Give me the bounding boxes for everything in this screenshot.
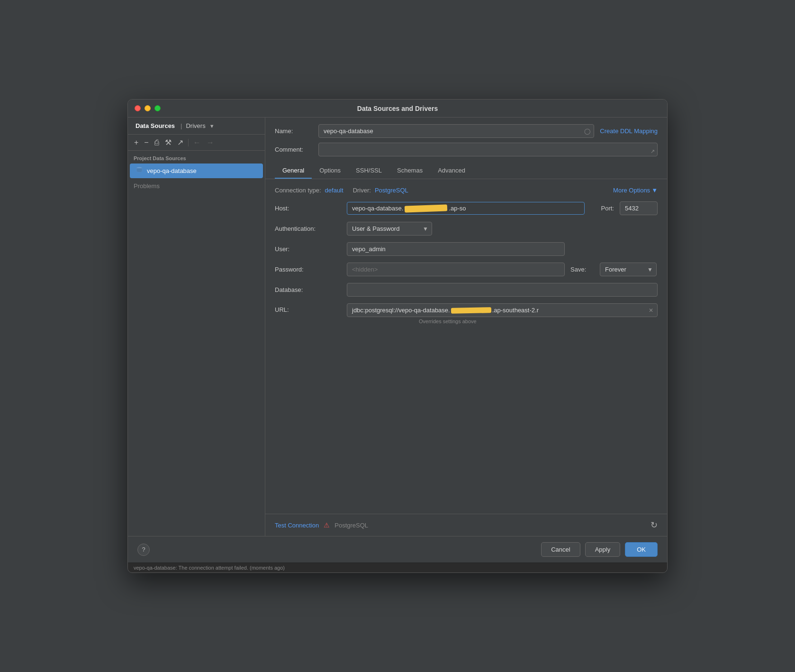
connection-type-value[interactable]: default [325, 187, 343, 194]
test-status-text: PostgreSQL [334, 522, 368, 529]
url-label: URL: [275, 303, 341, 313]
expand-icon[interactable]: ↗ [650, 148, 655, 154]
connection-type-row: Connection type: default Driver: Postgre… [275, 187, 658, 194]
more-options-label: More Options [613, 187, 650, 194]
tab-ssh-ssl[interactable]: SSH/SSL [348, 163, 389, 179]
problems-label[interactable]: Problems [128, 179, 265, 193]
database-row: Database: [275, 283, 658, 297]
url-wrapper: jdbc:postgresql://vepo-qa-database. .ap-… [347, 303, 658, 324]
sidebar-item-label: vepo-qa-database [147, 167, 197, 174]
drivers-tab[interactable]: Drivers [186, 122, 205, 129]
connection-type-label: Connection type: [275, 187, 321, 194]
password-label: Password: [275, 266, 341, 273]
name-label: Name: [275, 127, 313, 135]
window-title: Data Sources and Drivers [357, 105, 438, 112]
dialog-footer: ? Cancel Apply OK [128, 536, 667, 563]
forward-button[interactable]: → [204, 137, 217, 148]
comment-label: Comment: [275, 146, 313, 153]
create-ddl-link[interactable]: Create DDL Mapping [600, 127, 658, 135]
database-input[interactable] [347, 283, 658, 297]
ok-button[interactable]: OK [625, 542, 658, 557]
tab-schemas[interactable]: Schemas [389, 163, 430, 179]
main-layout: Data Sources | Drivers ▼ + − ⎙ ⚒ ↗ ← → P… [128, 118, 667, 536]
user-label: User: [275, 245, 341, 253]
password-row: Password: Save: Forever Until restart Ne… [275, 263, 658, 276]
port-input[interactable] [620, 201, 658, 215]
export-button[interactable]: ↗ [175, 136, 186, 148]
apply-button[interactable]: Apply [585, 542, 621, 557]
data-sources-tab[interactable]: Data Sources [134, 121, 177, 130]
url-clear-icon[interactable]: ✕ [649, 307, 653, 314]
host-value-start: vepo-qa-database. [352, 205, 403, 212]
clear-icon[interactable]: ◯ [584, 128, 590, 135]
content-body: Connection type: default Driver: Postgre… [265, 179, 667, 514]
url-row: URL: jdbc:postgresql://vepo-qa-database.… [275, 303, 658, 324]
status-message: vepo-qa-database: The connection attempt… [134, 565, 285, 571]
host-value-end: .ap-so [449, 205, 466, 212]
sidebar-item-vepo-qa-database[interactable]: vepo-qa-database [130, 163, 263, 178]
comment-input[interactable] [318, 143, 658, 156]
dropdown-arrow-icon[interactable]: ▼ [209, 123, 215, 129]
back-button[interactable]: ← [191, 137, 203, 148]
database-icon [136, 166, 143, 175]
content-header: Name: ◯ Create DDL Mapping Comment: ↗ [265, 118, 667, 179]
driver-value[interactable]: PostgreSQL [375, 187, 408, 194]
toolbar-separator [188, 139, 189, 146]
password-input[interactable] [347, 263, 565, 276]
save-label: Save: [570, 266, 594, 273]
tab-general[interactable]: General [275, 163, 312, 179]
more-options-chevron-icon: ▼ [651, 187, 658, 194]
user-row: User: [275, 242, 658, 256]
properties-button[interactable]: ⚒ [163, 136, 174, 148]
auth-select-wrapper: User & Password Password No auth PgPass … [347, 222, 432, 236]
tab-advanced[interactable]: Advanced [430, 163, 473, 179]
close-button[interactable] [135, 105, 141, 111]
comment-row: Comment: ↗ [275, 143, 658, 156]
database-label: Database: [275, 286, 341, 293]
content-area: Name: ◯ Create DDL Mapping Comment: ↗ [265, 118, 667, 536]
maximize-button[interactable] [154, 105, 161, 111]
user-input[interactable] [347, 242, 565, 256]
copy-button[interactable]: ⎙ [152, 137, 162, 148]
tabs-row: General Options SSH/SSL Schemas Advanced [275, 163, 658, 179]
traffic-lights [135, 105, 161, 111]
host-row: Host: vepo-qa-database. .ap-so Port: [275, 201, 658, 215]
remove-button[interactable]: − [142, 137, 151, 148]
url-value-end: .ap-southeast-2.r [492, 307, 539, 314]
more-options-link[interactable]: More Options ▼ [613, 187, 658, 194]
titlebar: Data Sources and Drivers [128, 100, 667, 118]
host-redacted [405, 204, 447, 212]
data-sources-dialog: Data Sources and Drivers Data Sources | … [127, 99, 668, 573]
host-label: Host: [275, 205, 341, 212]
authentication-row: Authentication: User & Password Password… [275, 222, 658, 236]
refresh-button[interactable]: ↻ [650, 520, 658, 530]
sidebar-toolbar: + − ⎙ ⚒ ↗ ← → [128, 135, 265, 151]
cancel-button[interactable]: Cancel [541, 542, 580, 557]
status-bar: vepo-qa-database: The connection attempt… [128, 563, 667, 572]
driver-label: Driver: [353, 187, 371, 194]
url-hint: Overrides settings above [419, 318, 658, 324]
name-row: Name: ◯ Create DDL Mapping [275, 124, 658, 138]
name-input[interactable] [318, 124, 594, 138]
minimize-button[interactable] [145, 105, 151, 111]
project-data-sources-label: Project Data Sources [128, 151, 265, 163]
comment-input-wrapper: ↗ [318, 143, 658, 156]
save-select-wrapper: Forever Until restart Never ▼ [600, 263, 657, 276]
sidebar-header: Data Sources | Drivers ▼ [128, 118, 265, 135]
help-button[interactable]: ? [137, 544, 150, 556]
tab-options[interactable]: Options [312, 163, 348, 179]
url-redacted [451, 307, 491, 313]
test-connection-button[interactable]: Test Connection [275, 522, 319, 529]
port-label: Port: [590, 205, 614, 212]
authentication-label: Authentication: [275, 225, 341, 232]
content-footer: Test Connection ⚠ PostgreSQL ↻ [265, 514, 667, 536]
sidebar: Data Sources | Drivers ▼ + − ⎙ ⚒ ↗ ← → P… [128, 118, 265, 536]
sidebar-divider: | [181, 122, 182, 129]
add-button[interactable]: + [132, 137, 141, 148]
url-value-start: jdbc:postgresql://vepo-qa-database. [352, 307, 450, 314]
save-select[interactable]: Forever Until restart Never [600, 263, 657, 276]
test-status-error-icon: ⚠ [324, 521, 330, 529]
authentication-select[interactable]: User & Password Password No auth PgPass [347, 222, 432, 236]
name-input-wrapper: ◯ [318, 124, 594, 138]
